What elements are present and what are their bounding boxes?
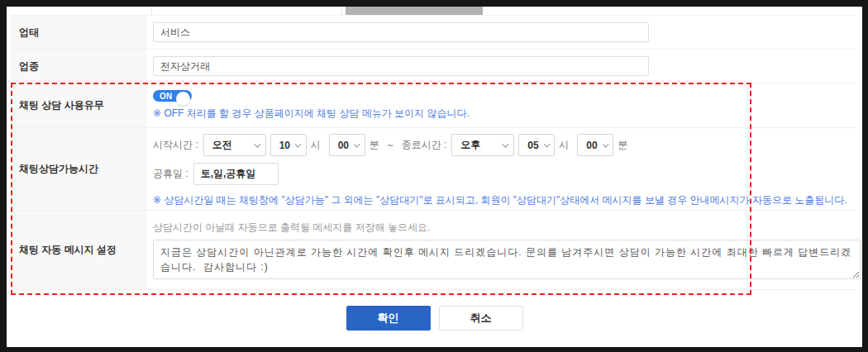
end-hour-value: 05 xyxy=(527,140,538,151)
holiday-label: 공휴일 : xyxy=(153,167,188,181)
start-hour-suffix: 시 xyxy=(311,138,321,152)
end-minute-value: 00 xyxy=(586,140,597,151)
button-bar: 확인 취소 xyxy=(7,306,862,331)
business-category-input[interactable] xyxy=(153,56,649,76)
row-business-type: 업태 xyxy=(11,16,858,50)
chevron-down-icon xyxy=(295,140,302,147)
holiday-input[interactable] xyxy=(193,163,279,185)
start-time-label: 시작시간 : xyxy=(153,138,198,152)
cancel-button[interactable]: 취소 xyxy=(439,306,523,331)
chat-use-toggle[interactable]: ON xyxy=(153,90,192,102)
row-chat-use: 채팅 상담 사용유무 ON ※ OFF 처리를 할 경우 상품페이지에 채팅 상… xyxy=(11,83,858,128)
top-partial-row xyxy=(11,7,858,16)
chevron-down-icon xyxy=(354,140,360,147)
top-partial-input[interactable] xyxy=(151,7,342,16)
start-ampm-value: 오전 xyxy=(212,138,232,152)
chevron-down-icon xyxy=(503,140,509,147)
chat-use-label: 채팅 상담 사용유무 xyxy=(11,83,147,127)
confirm-button[interactable]: 확인 xyxy=(346,306,431,331)
top-gray-button[interactable] xyxy=(346,7,483,16)
chat-use-note: ※ OFF 처리를 할 경우 상품페이지에 채팅 상담 메뉴가 보이지 않습니다… xyxy=(153,107,850,121)
start-minute-suffix: 분 xyxy=(370,138,379,152)
chat-hours-note: ※ 상담시간일 때는 채팅창에 "상담가능" 그 외에는 "상담대기"로 표시되… xyxy=(153,193,850,207)
toggle-knob-icon xyxy=(176,92,190,106)
business-category-label: 업종 xyxy=(11,50,147,83)
auto-message-textarea[interactable]: 지금은 상담시간이 아닌관계로 가능한 시간에 확인후 메시지 드리겠습니다. … xyxy=(153,240,861,279)
end-hour-suffix: 시 xyxy=(559,138,569,152)
row-business-category: 업종 xyxy=(11,50,858,83)
start-ampm-select[interactable]: 오전 xyxy=(203,134,266,156)
auto-message-label: 채팅 자동 메시지 설정 xyxy=(11,211,147,289)
end-hour-select[interactable]: 05 xyxy=(518,134,555,156)
chevron-down-icon xyxy=(254,140,260,147)
start-hour-select[interactable]: 10 xyxy=(270,134,307,156)
end-time-label: 종료시간 : xyxy=(402,138,447,152)
range-separator: ~ xyxy=(388,140,393,151)
business-type-label: 업태 xyxy=(11,16,147,49)
business-type-input[interactable] xyxy=(153,22,649,42)
start-minute-select[interactable]: 00 xyxy=(329,134,365,156)
row-chat-hours: 채팅상담가능시간 시작시간 : 오전 10 시 00 xyxy=(11,128,858,211)
chat-hours-label: 채팅상담가능시간 xyxy=(11,128,147,210)
time-range-line: 시작시간 : 오전 10 시 00 분 ~ xyxy=(153,134,850,156)
end-minute-suffix: 분 xyxy=(618,138,627,152)
end-ampm-value: 오후 xyxy=(460,138,480,152)
end-ampm-select[interactable]: 오후 xyxy=(451,134,514,156)
holiday-line: 공휴일 : xyxy=(153,163,850,185)
settings-form: 업태 업종 채팅 상담 사용유무 ON ※ OFF 처리를 할 경우 상품페이지… xyxy=(11,7,858,290)
chevron-down-icon xyxy=(544,140,551,147)
settings-page: 업태 업종 채팅 상담 사용유무 ON ※ OFF 처리를 할 경우 상품페이지… xyxy=(7,7,862,347)
chevron-down-icon xyxy=(603,140,609,147)
start-hour-value: 10 xyxy=(279,140,290,151)
start-minute-value: 00 xyxy=(338,140,349,151)
toggle-on-text: ON xyxy=(153,92,173,101)
auto-message-helper: 상담시간이 아닐때 자동으로 출력될 메세지를 저장해 놓으세요. xyxy=(153,221,861,235)
end-minute-select[interactable]: 00 xyxy=(577,134,613,156)
row-auto-message: 채팅 자동 메시지 설정 상담시간이 아닐때 자동으로 출력될 메세지를 저장해… xyxy=(11,211,858,290)
